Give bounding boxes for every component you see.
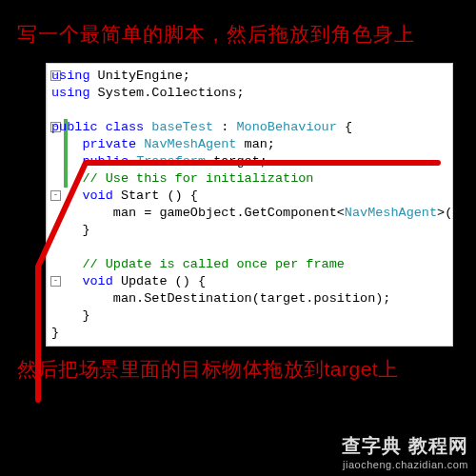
- bottom-caption: 然后把场景里面的目标物体拖放到target上: [0, 347, 476, 388]
- watermark: 查字典 教程网 jiaocheng.chazidian.com: [342, 433, 468, 470]
- code-line: man = gameObject.GetComponent<NavMeshAge…: [51, 205, 467, 222]
- code-line: // Update is called once per frame: [51, 256, 467, 273]
- code-line: private NavMeshAgent man;: [51, 136, 467, 153]
- code-line: man.SetDestination(target.position);: [51, 290, 467, 307]
- watermark-brand: 查字典 教程网: [342, 433, 468, 459]
- code-editor: ---- using UnityEngine;using System.Coll…: [46, 63, 453, 347]
- code-line: using System.Collections;: [51, 85, 467, 102]
- code-line: }: [51, 222, 467, 239]
- code-line: public Transform target;: [51, 153, 467, 170]
- code-line: // Use this for initialization: [51, 170, 467, 188]
- watermark-url: jiaocheng.chazidian.com: [342, 459, 468, 470]
- code-line: void Update () {: [51, 273, 467, 290]
- top-caption: 写一个最简单的脚本，然后拖放到角色身上: [0, 0, 476, 59]
- code-line: using UnityEngine;: [51, 68, 467, 85]
- code-line: [51, 102, 467, 119]
- code-line: }: [51, 307, 467, 325]
- code-line: }: [51, 325, 467, 342]
- code-line: [51, 239, 467, 256]
- code-line: void Start () {: [51, 188, 467, 205]
- code-body: using UnityEngine;using System.Collectio…: [48, 64, 473, 346]
- code-line: public class baseTest : MonoBehaviour {: [51, 119, 467, 136]
